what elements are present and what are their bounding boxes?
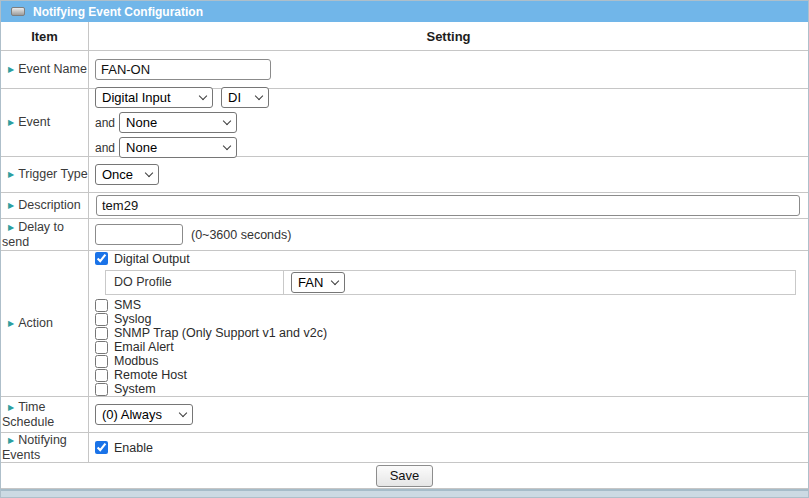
bullet-arrow-icon: ▶	[8, 403, 14, 412]
chevron-down-icon	[223, 117, 231, 125]
do-profile-label: DO Profile	[106, 271, 284, 294]
bullet-arrow-icon: ▶	[8, 65, 14, 74]
event-and-select-2[interactable]: None	[119, 137, 237, 158]
trigger-type-select[interactable]: Once	[95, 164, 159, 185]
column-header-item: Item	[31, 29, 58, 44]
action-option-sms: SMS	[95, 298, 808, 312]
chevron-down-icon	[223, 142, 231, 150]
action-option-syslog: Syslog	[95, 312, 808, 326]
panel-title: Notifying Event Configuration	[33, 5, 203, 19]
bullet-arrow-icon: ▶	[8, 201, 14, 210]
delay-to-send-input[interactable]	[95, 224, 183, 245]
event-name-input[interactable]	[95, 59, 271, 80]
page-bottom-strip	[1, 489, 808, 498]
row-description: ▶Description	[1, 193, 808, 219]
notifying-events-enable-option: Enable	[95, 439, 808, 457]
row-delay-to-send: ▶Delay to send (0~3600 seconds)	[1, 219, 808, 251]
trigger-type-label: Trigger Type	[18, 167, 87, 181]
modbus-checkbox[interactable]	[95, 355, 108, 368]
action-option-digital-output: Digital Output	[95, 251, 808, 267]
do-profile-subtable: DO Profile FAN	[105, 270, 796, 295]
event-label: Event	[18, 115, 50, 129]
event-and-select-1[interactable]: None	[119, 112, 237, 133]
panel-icon	[11, 7, 25, 16]
save-button[interactable]: Save	[376, 465, 434, 487]
chevron-down-icon	[179, 409, 187, 417]
row-time-schedule: ▶Time Schedule (0) Always	[1, 397, 808, 433]
row-event-name: ▶Event Name	[1, 51, 808, 89]
row-trigger-type: ▶Trigger Type Once	[1, 157, 808, 193]
panel-title-bar: Notifying Event Configuration	[1, 1, 808, 22]
delay-range-hint: (0~3600 seconds)	[191, 228, 291, 242]
time-schedule-select[interactable]: (0) Always	[95, 404, 193, 425]
description-input[interactable]	[96, 195, 800, 216]
action-option-snmp-trap: SNMP Trap (Only Support v1 and v2c)	[95, 326, 808, 340]
event-port-select[interactable]: DI	[221, 87, 269, 108]
and-label: and	[95, 116, 115, 130]
remote-host-checkbox[interactable]	[95, 369, 108, 382]
event-type-select[interactable]: Digital Input	[95, 87, 213, 108]
action-option-modbus: Modbus	[95, 354, 808, 368]
syslog-checkbox[interactable]	[95, 313, 108, 326]
row-notifying-events: ▶Notifying Events Enable	[1, 433, 808, 463]
notifying-event-configuration-panel: Notifying Event Configuration Item Setti…	[0, 0, 809, 498]
bullet-arrow-icon: ▶	[8, 436, 14, 445]
enable-checkbox[interactable]	[95, 441, 108, 454]
email-alert-checkbox[interactable]	[95, 341, 108, 354]
and-label: and	[95, 141, 115, 155]
row-action: ▶Action Digital Output DO Profile FAN SM…	[1, 251, 808, 397]
bullet-arrow-icon: ▶	[8, 170, 14, 179]
action-label: Action	[18, 316, 53, 330]
description-label: Description	[18, 198, 81, 212]
chevron-down-icon	[331, 277, 339, 285]
snmp-trap-checkbox[interactable]	[95, 327, 108, 340]
bullet-arrow-icon: ▶	[8, 118, 14, 127]
column-header-setting: Setting	[426, 29, 470, 44]
action-option-remote-host: Remote Host	[95, 368, 808, 382]
system-checkbox[interactable]	[95, 383, 108, 396]
sms-checkbox[interactable]	[95, 299, 108, 312]
save-row: Save	[1, 463, 808, 489]
table-header-row: Item Setting	[1, 22, 808, 51]
do-profile-select[interactable]: FAN	[291, 272, 345, 293]
chevron-down-icon	[145, 169, 153, 177]
action-option-email-alert: Email Alert	[95, 340, 808, 354]
row-event: ▶Event Digital Input DI and None and Non…	[1, 89, 808, 157]
chevron-down-icon	[255, 92, 263, 100]
chevron-down-icon	[199, 92, 207, 100]
bullet-arrow-icon: ▶	[8, 319, 14, 328]
digital-output-checkbox[interactable]	[95, 252, 108, 265]
bullet-arrow-icon: ▶	[8, 223, 14, 232]
event-name-label: Event Name	[18, 62, 87, 76]
action-option-system: System	[95, 382, 808, 396]
